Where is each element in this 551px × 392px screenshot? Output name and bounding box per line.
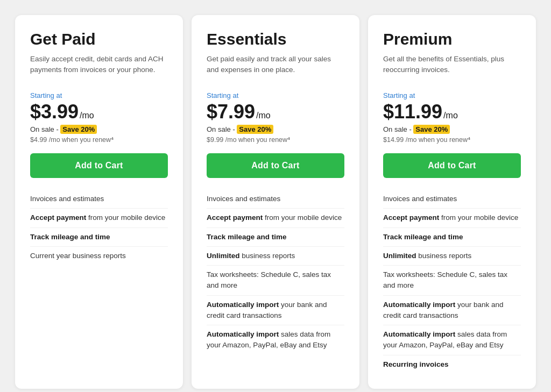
plan-description: Easily accept credit, debit cards and AC…: [30, 54, 168, 82]
feature-item: Track mileage and time: [207, 227, 344, 246]
feature-bold: Automatically import: [207, 301, 279, 309]
feature-item: Current year business reports: [30, 246, 168, 265]
feature-bold: Track mileage and time: [207, 233, 287, 241]
feature-bold: Unlimited: [207, 252, 240, 260]
feature-bold: Unlimited: [383, 252, 416, 260]
pricing-card-essentials: Essentials Get paid easily and track all…: [192, 15, 359, 389]
renew-text: $4.99 /mo when you renew⁴: [30, 136, 168, 144]
price-period: /mo: [80, 111, 94, 120]
save-badge: Save 20%: [237, 125, 273, 134]
starting-at-label: Starting at: [30, 91, 168, 99]
sale-row: On sale - Save 20%: [207, 125, 344, 133]
sale-text: On sale -: [30, 125, 60, 133]
price-row: $3.99 /mo: [30, 101, 168, 123]
add-to-cart-button[interactable]: Add to Cart: [383, 153, 521, 178]
feature-item: Recurring invoices: [383, 355, 521, 374]
add-to-cart-button[interactable]: Add to Cart: [207, 153, 344, 178]
feature-item: Track mileage and time: [30, 227, 168, 246]
starting-at-label: Starting at: [383, 91, 521, 99]
feature-item: Automatically import sales data from you…: [207, 325, 344, 355]
features-list: Invoices and estimatesAccept payment fro…: [30, 190, 168, 265]
price-row: $7.99 /mo: [207, 101, 344, 123]
plan-description: Get paid easily and track all your sales…: [207, 54, 344, 82]
renew-text: $9.99 /mo when you renew⁴: [207, 136, 344, 144]
features-list: Invoices and estimatesAccept payment fro…: [383, 190, 521, 374]
sale-text: On sale -: [207, 125, 237, 133]
sale-row: On sale - Save 20%: [383, 125, 521, 133]
feature-item: Tax worksheets: Schedule C, sales tax an…: [383, 265, 521, 295]
feature-item: Accept payment from your mobile device: [30, 208, 168, 227]
feature-item: Invoices and estimates: [30, 190, 168, 208]
feature-bold: Automatically import: [383, 330, 455, 338]
price-amount: $11.99: [383, 101, 442, 123]
feature-item: Unlimited business reports: [207, 246, 344, 265]
feature-bold: Automatically import: [383, 301, 455, 309]
sale-text: On sale -: [383, 125, 413, 133]
feature-item: Invoices and estimates: [383, 190, 521, 208]
feature-item: Automatically import sales data from you…: [383, 325, 521, 355]
save-badge: Save 20%: [413, 125, 450, 134]
feature-bold: Accept payment: [30, 213, 86, 222]
feature-bold: Automatically import: [207, 330, 279, 338]
feature-item: Accept payment from your mobile device: [207, 208, 344, 227]
price-amount: $3.99: [30, 101, 79, 123]
pricing-card-get-paid: Get Paid Easily accept credit, debit car…: [15, 15, 183, 389]
feature-bold: Accept payment: [383, 213, 439, 222]
feature-item: Automatically import your bank and credi…: [383, 295, 521, 325]
renew-text: $14.99 /mo when you renew⁴: [383, 136, 521, 144]
plan-name: Get Paid: [30, 30, 168, 48]
feature-item: Unlimited business reports: [383, 246, 521, 265]
feature-item: Tax worksheets: Schedule C, sales tax an…: [207, 265, 344, 295]
pricing-container: Get Paid Easily accept credit, debit car…: [11, 11, 540, 392]
pricing-card-premium: Premium Get all the benefits of Essentia…: [368, 15, 536, 389]
feature-item: Invoices and estimates: [207, 190, 344, 208]
add-to-cart-button[interactable]: Add to Cart: [30, 153, 168, 178]
price-amount: $7.99: [207, 101, 255, 123]
feature-bold: Accept payment: [207, 213, 263, 222]
feature-item: Automatically import your bank and credi…: [207, 295, 344, 325]
plan-name: Essentials: [207, 30, 344, 48]
feature-bold: Recurring invoices: [383, 360, 449, 368]
feature-bold: Track mileage and time: [30, 233, 110, 241]
sale-row: On sale - Save 20%: [30, 125, 168, 133]
price-row: $11.99 /mo: [383, 101, 521, 123]
price-period: /mo: [443, 111, 458, 120]
save-badge: Save 20%: [60, 125, 97, 134]
feature-item: Track mileage and time: [383, 227, 521, 246]
plan-description: Get all the benefits of Essentials, plus…: [383, 54, 521, 82]
starting-at-label: Starting at: [207, 91, 344, 99]
price-period: /mo: [256, 111, 271, 120]
features-list: Invoices and estimatesAccept payment fro…: [207, 190, 344, 355]
feature-bold: Track mileage and time: [383, 233, 463, 241]
plan-name: Premium: [383, 30, 521, 48]
feature-item: Accept payment from your mobile device: [383, 208, 521, 227]
